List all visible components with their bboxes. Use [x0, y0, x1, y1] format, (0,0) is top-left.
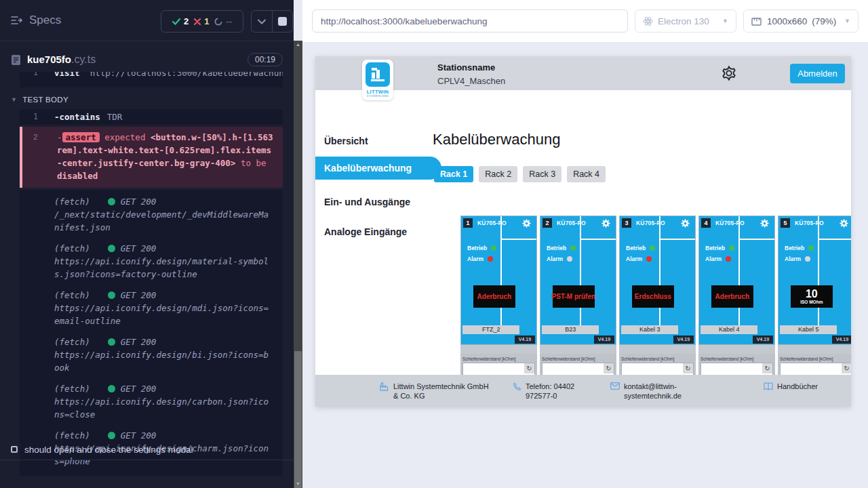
spec-file-icon	[11, 54, 21, 66]
status-value: 10	[806, 289, 818, 300]
device-settings-gear-icon[interactable]	[521, 218, 532, 228]
browser-selector[interactable]: Electron 130 ▼	[635, 9, 736, 33]
scroll-down-arrow[interactable]: ▼	[294, 480, 302, 488]
stat-passed: 2	[172, 16, 189, 26]
device-card-2: 2KÜ705-FOBetriebAlarmPST-M prüfenB23V4.1…	[540, 216, 616, 375]
url-input[interactable]: http://localhost:3000/kabelueberwachung	[312, 9, 628, 33]
betrieb-label: Betrieb	[785, 245, 804, 251]
viewport-selector[interactable]: 1000x660 (79%) ▼	[743, 9, 859, 33]
refresh-icon[interactable]: ↻	[524, 363, 534, 373]
fetch-method-status: GET 200	[121, 195, 157, 208]
separator-band	[619, 345, 696, 354]
assert-failed-block[interactable]: 2 ‑assert expected <button.w-[50%].h-[1.…	[20, 127, 283, 188]
device-settings-gear-icon[interactable]	[601, 218, 611, 228]
footer-text: Handbücher	[777, 382, 818, 392]
resistance-section: Schleifenwiderstand [kOhm]↻0.612 KOhmSch…	[540, 354, 616, 375]
rack-tab-rack-4[interactable]: Rack 4	[567, 166, 606, 182]
logout-button[interactable]: Abmelden	[790, 64, 845, 83]
resistance-value-box: ↻0.645 KOhm	[701, 363, 773, 375]
device-settings-gear-icon[interactable]	[839, 218, 849, 228]
littwin-logo: LITTWIN SYSTEMTECHNIK	[362, 60, 393, 100]
sidebar-item-ein-und-ausg-nge[interactable]: Ein- und Ausgänge	[315, 194, 431, 210]
sidebar-item--bersicht[interactable]: Übersicht	[315, 133, 431, 149]
cable-name: FTZ_2	[462, 325, 519, 334]
resistance-value-box: ↻0.822 KOhm	[780, 363, 851, 375]
rack-tab-rack-3[interactable]: Rack 3	[523, 166, 561, 182]
rack-tab-rack-2[interactable]: Rack 2	[479, 166, 517, 182]
device-panel: 2KÜ705-FOBetriebAlarmPST-M prüfenB23V4.1…	[540, 216, 616, 345]
fetch-method-status: GET 200	[121, 289, 157, 302]
firmware-version: V4.19	[753, 336, 773, 344]
resistance-value-box: ↻0.612 KOhm	[542, 363, 614, 375]
success-dot-icon	[108, 291, 115, 299]
firmware-version: V4.19	[832, 336, 851, 344]
separator-band	[540, 345, 616, 354]
footer-text: Telefon: 04402 972577-0	[526, 382, 593, 401]
sidebar-item-analoge-eing-nge[interactable]: Analoge Eingänge	[315, 224, 431, 240]
fetch-log-entry: (fetch)GET 200/_next/static/development/…	[20, 195, 277, 234]
viewport-size: 1000x660	[767, 16, 807, 26]
rack-tabs: Rack 1Rack 2Rack 3Rack 4	[434, 166, 606, 182]
cable-name: B23	[542, 325, 599, 334]
footer-text: kontakt@littwin-systemtechnik.de	[624, 382, 698, 401]
resistance-value-box: ↻0 KOhm	[462, 363, 535, 375]
fetch-log-entry: (fetch)GET 200https://api.iconify.design…	[20, 289, 277, 327]
sidebar-item-kabel-berwachung[interactable]: Kabelüberwachung	[315, 157, 441, 180]
betrieb-led-row: Betrieb	[705, 245, 734, 251]
fetch-url: https://api.iconify.design/material-symb…	[20, 255, 277, 281]
betrieb-led-row: Betrieb	[467, 245, 496, 251]
contains-command[interactable]: 1 -containsTDR	[20, 109, 283, 125]
panel-divider	[818, 216, 819, 333]
device-card-3: 3KÜ705-FOBetriebAlarmErdschlussKabel 3V4…	[619, 216, 696, 375]
betrieb-label: Betrieb	[705, 245, 725, 251]
panel-divider	[740, 239, 774, 240]
email-icon	[610, 382, 620, 401]
panel-divider	[580, 216, 581, 333]
footer-item-factory: Littwin Systemtechnik GmbH & Co. KG	[380, 382, 495, 401]
pending-test-row[interactable]: should open and close the settings modal	[0, 439, 294, 460]
alarm-led-row: Alarm	[785, 256, 810, 262]
specs-menu-button[interactable]: Specs	[11, 14, 61, 27]
refresh-icon[interactable]: ↻	[683, 363, 693, 373]
device-number-badge: 2	[542, 218, 552, 228]
footer-text: Littwin Systemtechnik GmbH & Co. KG	[393, 382, 495, 401]
stop-icon	[278, 17, 287, 26]
betrieb-label: Betrieb	[467, 245, 487, 251]
betrieb-led	[808, 245, 814, 251]
separator-band	[698, 345, 775, 354]
device-number-badge: 5	[781, 218, 790, 228]
resistance-label: Schleifenwiderstand [kOhm]	[621, 355, 694, 363]
reporter-scrollbar[interactable]: ▲ ▼	[294, 41, 302, 488]
refresh-icon[interactable]: ↻	[842, 363, 851, 373]
scroll-up-arrow[interactable]: ▲	[294, 41, 302, 49]
device-settings-gear-icon[interactable]	[680, 218, 690, 228]
settings-gear-icon[interactable]	[720, 64, 738, 82]
refresh-icon[interactable]: ↻	[604, 363, 614, 373]
alarm-led-row: Alarm	[547, 256, 572, 262]
firmware-version: V4.19	[594, 336, 614, 344]
device-settings-gear-icon[interactable]	[760, 218, 770, 228]
chevron-down-icon	[258, 19, 266, 24]
betrieb-label: Betrieb	[626, 245, 646, 251]
status-unit: ISO MOhm	[800, 300, 823, 304]
fetch-log-block: (fetch)GET 200/_next/static/development/…	[20, 190, 283, 476]
app-main-content: Kabelüberwachung Rack 1Rack 2Rack 3Rack …	[431, 90, 851, 375]
alarm-led-row: Alarm	[626, 256, 652, 262]
status-message: Aderbruch	[715, 293, 750, 300]
betrieb-led	[570, 245, 576, 251]
alarm-label: Alarm	[626, 256, 642, 262]
fetch-log-entry: (fetch)GET 200https://api.iconify.design…	[20, 242, 277, 281]
visit-command[interactable]: 1 visit http://localhost:3000/kabelueber…	[20, 72, 283, 81]
device-title: KÜ705-FO	[557, 220, 586, 226]
device-title: KÜ705-FO	[715, 220, 745, 226]
cable-name: Kabel 3	[621, 325, 678, 334]
test-body-section[interactable]: ▼ TEST BODY	[0, 87, 294, 109]
scrollbar-thumb[interactable]	[294, 351, 302, 488]
refresh-icon[interactable]: ↻	[762, 363, 772, 373]
betrieb-label: Betrieb	[547, 245, 566, 251]
stop-button[interactable]	[272, 11, 293, 32]
collapse-button[interactable]	[252, 11, 272, 32]
app-viewport: Stationsname CPLV4_Maschen Abmelden LITT…	[315, 56, 851, 407]
spec-file-row[interactable]: kue705fo.cy.ts 00:19	[0, 47, 294, 72]
betrieb-led	[491, 245, 496, 251]
